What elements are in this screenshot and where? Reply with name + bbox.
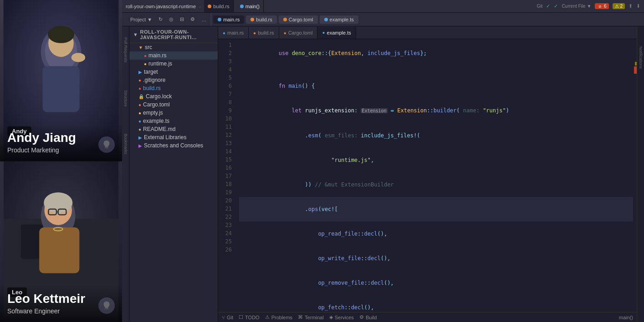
title-tab-build[interactable]: build.rs — [204, 0, 233, 12]
code-editor: ● main.rs ● build.rs ● Cargo.toml ● exam… — [218, 26, 637, 322]
runtime-js-icon: ● — [144, 61, 147, 66]
checkbox-icon: ☐ — [239, 314, 243, 320]
structure-label[interactable]: Structure — [123, 90, 128, 107]
file-tree-header: ▼ roll-your-own-javascript-runti... — [129, 26, 218, 43]
file-tab-cargo-toml[interactable]: Cargo.toml — [279, 15, 318, 24]
bookmarks-label[interactable]: Bookmarks — [123, 134, 128, 154]
code-content[interactable]: use deno_core::{Extension, include_js_fi… — [235, 39, 633, 312]
tab-dot-build — [208, 5, 211, 8]
file-item-scratches[interactable]: ▶ Scratches and Consoles — [129, 141, 218, 150]
file-item-cargo-toml[interactable]: ● Cargo.toml — [129, 101, 218, 109]
file-item-target[interactable]: ▶ target — [129, 68, 218, 76]
project-section: Project ▼ ↻ ◎ ⊟ ⚙ … — [126, 13, 211, 26]
status-breadcrumb: main() — [619, 315, 633, 320]
expand-icon[interactable]: ⬆ — [629, 3, 633, 9]
collapse-all-button[interactable]: ⊟ — [177, 15, 187, 23]
code-line-4: let runjs_extension: Extension = Extensi… — [239, 98, 633, 123]
terminal-icon: ⌘ — [298, 314, 303, 320]
project-path: roll-your-own-javascript-runtime — [126, 4, 196, 9]
status-terminal[interactable]: ⌘ Terminal — [298, 314, 324, 320]
svg-text:⊘: ⊘ — [598, 5, 602, 9]
services-icon: ◈ — [329, 314, 333, 320]
error-strip-panel — [633, 39, 637, 312]
main-rs-icon: ● — [144, 53, 147, 58]
notifications-label[interactable]: Notifications — [639, 46, 643, 69]
code-line-10: op_write_file::decl(), — [239, 246, 633, 271]
editor-tab-main-rs[interactable]: ● main.rs — [218, 27, 249, 39]
file-item-runtime-js[interactable]: ● runtime.js — [129, 60, 218, 68]
editor-tabs: ● main.rs ● build.rs ● Cargo.toml ● exam… — [218, 26, 637, 39]
file-item-src[interactable]: ▼ src — [129, 43, 218, 51]
tab-dot-main — [240, 5, 244, 8]
title-tab-main[interactable]: main() — [236, 0, 264, 12]
file-item-empty-js[interactable]: ● empty.js — [129, 109, 218, 117]
status-right: main() — [619, 315, 633, 320]
project-button[interactable]: Project ▼ — [128, 16, 155, 23]
code-line-7: )) // &mut ExtensionBuilder — [239, 172, 633, 197]
editor-tab-build-rs[interactable]: ● build.rs — [249, 27, 279, 39]
status-todo[interactable]: ☐ TODO — [239, 314, 260, 320]
refresh-button[interactable]: ↻ — [156, 15, 165, 23]
checkmark-icon: ✓ — [546, 3, 550, 9]
build-icon: ⚙ — [359, 314, 364, 320]
git-label: Git — [537, 4, 543, 9]
cargo-toml-tab-icon: ● — [284, 30, 286, 35]
code-line-8: .ops(vec![ — [239, 197, 633, 221]
external-libs-icon: ▶ — [138, 135, 142, 140]
cargo-toml-icon: ● — [138, 102, 141, 107]
locate-button[interactable]: ◎ — [166, 15, 176, 23]
toolbar: Project ▼ ↻ ◎ ⊟ ⚙ … main.rs build.rs Car… — [122, 13, 644, 26]
editor-main: Pull Requests Structure Bookmarks ▼ roll… — [122, 26, 644, 322]
build-rs-icon: ● — [138, 86, 141, 91]
file-item-gitignore[interactable]: ● .gitignore — [129, 76, 218, 84]
status-services[interactable]: ◈ Services — [329, 314, 354, 320]
right-panel: Notifications — [637, 26, 644, 322]
cargo-lock-icon: 🔒 — [138, 94, 144, 99]
src-folder-icon: ▼ — [138, 45, 143, 50]
status-build[interactable]: ⚙ Build — [359, 314, 377, 320]
status-git[interactable]: ⑂ Git — [222, 315, 233, 320]
file-tree: ▼ roll-your-own-javascript-runti... ▼ sr… — [129, 26, 218, 322]
example-ts-icon: ● — [138, 119, 141, 124]
code-line-11: op_remove_file::decl(), — [239, 271, 633, 295]
code-line-2 — [239, 65, 633, 74]
tab-color-main — [218, 18, 221, 21]
svg-point-6 — [72, 53, 85, 62]
file-item-cargo-lock[interactable]: 🔒 Cargo.lock — [129, 92, 218, 101]
editor-tab-example-ts[interactable]: ● example.ts — [317, 27, 356, 39]
options-button[interactable]: ⚙ — [188, 15, 198, 23]
file-item-example-ts[interactable]: ● example.ts — [129, 117, 218, 125]
code-line-1: use deno_core::{Extension, include_js_fi… — [239, 41, 633, 65]
title-bar: roll-your-own-javascript-runtime – build… — [122, 0, 644, 13]
code-area[interactable]: 12345 678910 1112131415 1617181920 21222… — [218, 39, 637, 312]
file-tab-main[interactable]: main.rs — [213, 15, 244, 24]
file-item-readme[interactable]: ● README.md — [129, 125, 218, 133]
scratches-icon: ▶ — [138, 143, 142, 148]
collapse-icon[interactable]: ⬇ — [636, 3, 640, 9]
file-item-external-libs[interactable]: ▶ External Libraries — [129, 133, 218, 141]
code-line-12: op_fetch::decl(), — [239, 295, 633, 312]
file-tab-example-ts[interactable]: example.ts — [320, 15, 358, 24]
pull-requests-label[interactable]: Pull Requests — [123, 37, 128, 63]
build-rs-tab-icon: ● — [253, 30, 256, 35]
more-button[interactable]: … — [199, 16, 209, 23]
status-bar: ⑂ Git ☐ TODO ⚠ Problems ⌘ Terminal ◈ S — [218, 312, 637, 322]
svg-point-4 — [48, 26, 74, 43]
code-line-3: fn main() { — [239, 74, 633, 98]
target-icon: ▶ — [138, 70, 142, 75]
code-line-6: "runtime.js", — [239, 148, 633, 172]
file-tab-build[interactable]: build.rs — [246, 15, 276, 24]
warning-badge: ⚠ 2 — [613, 3, 625, 9]
file-item-main-rs[interactable]: ● main.rs — [129, 51, 218, 60]
leo-avatar-icon — [98, 297, 115, 314]
participant-leo: Leo Leo Kettmeir Software Engineer — [0, 161, 122, 322]
tab-color-cargo — [283, 18, 287, 21]
left-gutter: Pull Requests Structure Bookmarks — [122, 26, 129, 322]
file-item-build-rs[interactable]: ● build.rs — [129, 84, 218, 92]
code-line-9: op_read_file::decl(), — [239, 221, 633, 246]
editor-tab-cargo-toml[interactable]: ● Cargo.toml — [279, 27, 318, 39]
title-separator: – — [199, 4, 201, 9]
problems-icon: ⚠ — [265, 314, 270, 320]
checkmark2-icon: ✓ — [554, 3, 558, 9]
status-problems[interactable]: ⚠ Problems — [265, 314, 292, 320]
